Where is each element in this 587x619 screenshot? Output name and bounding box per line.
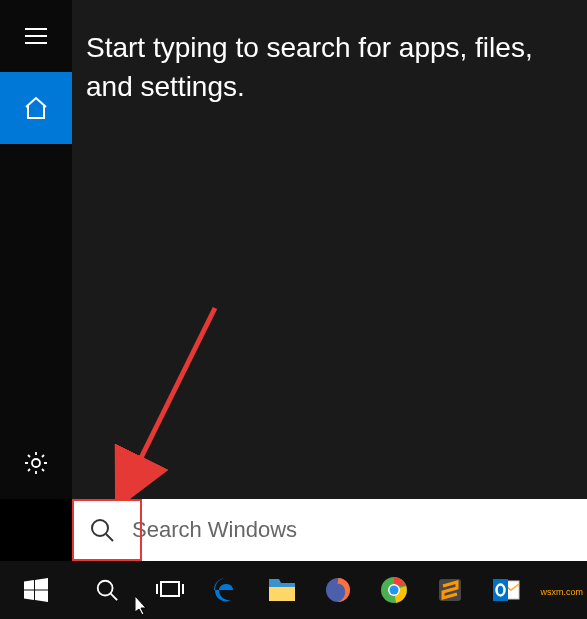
cortana-sidebar [0, 0, 72, 499]
chrome-icon [379, 575, 409, 605]
svg-point-2 [92, 520, 108, 536]
folder-icon [267, 577, 297, 603]
search-panel: Start typing to search for apps, files, … [72, 0, 587, 499]
svg-line-3 [106, 534, 113, 541]
hamburger-icon [25, 28, 47, 44]
taskbar-app-file-explorer[interactable] [254, 561, 310, 619]
taskbar-search-button[interactable] [72, 561, 142, 619]
home-button[interactable] [0, 72, 72, 144]
home-icon [23, 95, 49, 121]
search-bar[interactable] [72, 499, 587, 561]
start-button[interactable] [0, 561, 72, 619]
search-bar-icon-area [72, 517, 132, 543]
taskbar-app-firefox[interactable] [310, 561, 366, 619]
outlook-icon [491, 576, 521, 604]
svg-rect-10 [269, 583, 295, 587]
svg-rect-6 [161, 582, 179, 596]
gear-icon [23, 450, 49, 476]
task-view-icon [156, 579, 184, 601]
taskbar-app-outlook[interactable] [478, 561, 534, 619]
windows-logo-icon [24, 578, 48, 602]
menu-button[interactable] [0, 0, 72, 72]
settings-button[interactable] [0, 427, 72, 499]
taskbar-app-sublime[interactable] [422, 561, 478, 619]
svg-point-0 [32, 459, 40, 467]
svg-line-5 [111, 594, 117, 600]
edge-icon [211, 575, 241, 605]
svg-point-14 [390, 586, 399, 595]
task-view-button[interactable] [142, 561, 198, 619]
sublime-icon [436, 576, 464, 604]
svg-point-4 [98, 581, 113, 596]
taskbar [0, 561, 587, 619]
watermark: wsxm.com [541, 587, 584, 597]
taskbar-app-edge[interactable] [198, 561, 254, 619]
search-prompt: Start typing to search for apps, files, … [72, 0, 587, 106]
search-input[interactable] [132, 517, 587, 543]
search-icon [89, 517, 115, 543]
taskbar-app-chrome[interactable] [366, 561, 422, 619]
search-icon [95, 578, 119, 602]
firefox-icon [323, 575, 353, 605]
